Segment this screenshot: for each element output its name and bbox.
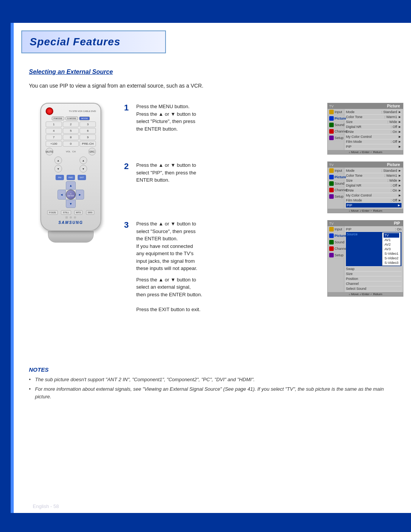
step-3: 3 Press the ▲ or ▼ button to select "Sou… — [124, 220, 403, 313]
nav-sound-2: Sound — [328, 181, 344, 187]
btn-9[interactable]: 9 — [80, 134, 96, 140]
vol-down[interactable]: ▼ — [54, 165, 62, 173]
btn-8[interactable]: 8 — [63, 134, 79, 140]
nav-channel-3: Channel — [328, 246, 344, 252]
section-heading: Selecting an External Source — [29, 69, 113, 75]
power-button[interactable] — [46, 107, 53, 115]
nav-setup-3: Setup — [328, 252, 344, 259]
step-2-nav: Input Picture Sound Channel — [328, 168, 344, 209]
step-3-screen: TV PIP Input Picture — [327, 220, 403, 297]
step-1-screen-body: Input Picture Sound Channel — [328, 109, 403, 150]
notes-section: NOTES The sub picture doesn't support "A… — [29, 366, 400, 403]
step-3-content: Press the ▲ or ▼ button to select "Sourc… — [136, 220, 323, 313]
step-2-text: Press the ▲ or ▼ button to select "PIP",… — [136, 161, 323, 184]
main-content: Special Features Selecting an External S… — [14, 23, 411, 513]
step-1: 1 Press the MENU button. Press the ▲ or … — [124, 103, 403, 155]
step-2-number: 2 — [124, 161, 132, 171]
step-3-main: PIP: On Source TV AV1 AV2 AV3 S-Video1 S… — [344, 226, 403, 292]
btn-3[interactable]: 3 — [80, 121, 96, 127]
nav-picture-2: Picture — [328, 174, 344, 181]
step-3-main-text: Press the ▲ or ▼ button to select "Sourc… — [136, 220, 323, 272]
btn-prech[interactable]: PRE-CH — [80, 141, 96, 147]
nav-picture-1: Picture — [328, 115, 344, 122]
dpad: ▲ ▼ ◄ ► G ENTER — [57, 181, 84, 208]
number-grid: 1 2 3 4 5 6 7 8 9 +100 0 PRE-CH — [46, 121, 96, 147]
top-bar — [0, 0, 411, 23]
btn-2[interactable]: 2 — [63, 121, 79, 127]
step-3-screen-body: Input Picture Sound Channel — [328, 226, 403, 292]
step-1-text: Press the MENU button. Press the ▲ or ▼ … — [136, 103, 323, 133]
pmode-button[interactable]: P.MODE — [52, 117, 64, 120]
nav-input-1: Input — [328, 109, 344, 115]
srs-button[interactable]: SRS — [86, 210, 94, 215]
title-box: Special Features — [21, 30, 166, 53]
blue-sidebar — [0, 0, 11, 532]
nav-channel-1: Channel — [328, 128, 344, 135]
still-button[interactable]: STILL — [61, 210, 71, 215]
bottom-bar — [0, 513, 411, 532]
enter-button[interactable]: G ENTER — [66, 190, 76, 200]
step-2-main: Mode: Standard ► Color Tone: Warm1 ► Siz… — [344, 168, 403, 209]
note-item-1: The sub picture doesn't support "ANT 2 I… — [29, 376, 400, 383]
vol-ch-row: MUTE VOL CH SRC — [46, 148, 96, 155]
btn-0[interactable]: 0 — [63, 141, 79, 147]
vol-ch-buttons: ▲ ▼ ▲ ▼ — [46, 157, 96, 173]
notes-list: The sub picture doesn't support "ANT 2 I… — [29, 376, 400, 401]
nav-setup-2: Setup — [328, 193, 344, 200]
btn-6[interactable]: 6 — [80, 128, 96, 134]
top-nav-btns: FAV RWD EXIT — [56, 175, 86, 180]
psize-button[interactable]: P.SIZE — [47, 210, 58, 215]
dpad-right[interactable]: ► — [76, 190, 84, 200]
mode-button[interactable]: MODE — [79, 117, 90, 120]
nav-sound-3: Sound — [328, 239, 344, 246]
nav-sound-1: Sound — [328, 122, 344, 128]
exit-button[interactable]: EXIT — [78, 175, 86, 180]
step-3-nav: Input Picture Sound Channel — [328, 226, 344, 292]
nav-picture-3: Picture — [328, 233, 344, 239]
brand-logo: SAMSUNG — [46, 220, 96, 225]
note-item-2: For more information about external sign… — [29, 385, 400, 400]
btn-100[interactable]: +100 — [46, 141, 62, 147]
source-button[interactable]: SRC — [88, 148, 96, 155]
fav-button[interactable]: FAV — [56, 175, 64, 180]
mts-button[interactable]: MTS — [74, 210, 83, 215]
step-3-extra-text: Press the ▲ or ▼ button to select an ext… — [136, 276, 323, 313]
btn-5[interactable]: 5 — [63, 128, 79, 134]
dpad-area: FAV RWD EXIT ▲ ▼ ◄ ► G ENTER — [46, 175, 96, 208]
footer-language: English - 58 — [33, 503, 59, 509]
remote-area: TV STB VCR CABLE DVD P.MODE S.MODE MODE … — [29, 103, 113, 406]
remote-bottom — [48, 231, 94, 243]
mute-button[interactable]: MUTE — [46, 148, 53, 155]
nav-input-3: Input — [328, 226, 344, 233]
bottom-function-buttons: P.SIZE STILL MTS SRS — [46, 210, 96, 215]
nav-input-2: Input — [328, 168, 344, 174]
btn-7[interactable]: 7 — [46, 134, 62, 140]
dpad-up[interactable]: ▲ — [66, 181, 76, 190]
indicator-lights — [46, 216, 96, 219]
btn-4[interactable]: 4 — [46, 128, 62, 134]
smode-button[interactable]: S.MODE — [65, 117, 78, 120]
notes-title: NOTES — [29, 366, 400, 373]
step-1-number: 1 — [124, 103, 132, 113]
intro-text: You can use PIP to view a signal from an… — [29, 82, 396, 90]
steps-area: 1 Press the MENU button. Press the ▲ or … — [124, 103, 403, 320]
dpad-down[interactable]: ▼ — [66, 200, 76, 208]
step-1-nav: Input Picture Sound Channel — [328, 109, 344, 150]
language-text: English — [33, 503, 49, 509]
source-dropdown: TV AV1 AV2 AV3 S-Video1 S-Video2 S-Video… — [382, 232, 401, 266]
step-2-screen: TV Picture Input Picture — [327, 161, 403, 213]
page-number: - 58 — [50, 503, 59, 509]
mode-row: P.MODE S.MODE MODE — [46, 117, 96, 120]
remote-control: TV STB VCR CABLE DVD P.MODE S.MODE MODE … — [40, 103, 101, 231]
step-2: 2 Press the ▲ or ▼ button to select "PIP… — [124, 161, 403, 213]
btn-1[interactable]: 1 — [46, 121, 62, 127]
step-3-number: 3 — [124, 220, 132, 230]
step-1-main: Mode: Standard ► Color Tone: Warm1 ► Siz… — [344, 109, 403, 150]
blue-sidebar-accent — [11, 0, 14, 532]
ch-down[interactable]: ▼ — [80, 165, 87, 173]
ch-up[interactable]: ▲ — [80, 157, 87, 164]
vol-up[interactable]: ▲ — [54, 157, 62, 164]
rwd-button[interactable]: RWD — [67, 175, 75, 180]
page-title: Special Features — [30, 36, 158, 48]
dpad-left[interactable]: ◄ — [57, 190, 66, 200]
